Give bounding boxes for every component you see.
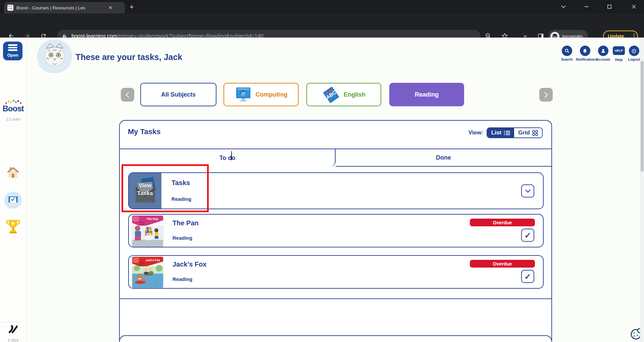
new-tab-button[interactable]: + xyxy=(130,3,134,11)
the-pan-cover[interactable]: The Pan xyxy=(132,216,163,246)
annotation-highlight-box xyxy=(121,164,209,212)
sidebar: Open Boost 211444 xyxy=(0,38,27,342)
browser-tab[interactable]: Boost - Courses | Resources | Les ✕ xyxy=(4,2,125,13)
header-notifications-button[interactable]: Notifications xyxy=(576,46,594,61)
page-scrollbar[interactable] xyxy=(640,38,644,342)
sidebar-item-awards[interactable] xyxy=(0,219,26,235)
view-label: View: xyxy=(468,129,483,136)
page-title: These are your tasks, Jack xyxy=(76,52,182,62)
page-content: Open Boost 211444 xyxy=(0,38,644,342)
overdue-badge: Overdue xyxy=(470,260,535,268)
tasks-tabbar: To do Done xyxy=(120,149,551,167)
boost-logo[interactable]: Boost xyxy=(0,104,26,113)
chevron-down-icon xyxy=(525,189,531,193)
card-title: My Tasks xyxy=(128,127,160,136)
window-close-button[interactable] xyxy=(626,0,642,13)
header-search-button[interactable]: Search xyxy=(558,46,576,61)
tabstrip-chevron-icon[interactable] xyxy=(556,0,571,13)
svg-text:Jack's Fox: Jack's Fox xyxy=(145,259,160,262)
task-subject: Reading xyxy=(172,235,199,241)
svg-text:The Pan: The Pan xyxy=(146,217,158,221)
checkmark-icon: ✓ xyxy=(524,273,531,281)
task-row-jacks-fox[interactable]: Jack's Fox xyxy=(128,255,544,289)
logout-power-icon xyxy=(629,46,639,56)
header-account-button[interactable]: Account xyxy=(594,46,612,61)
svg-text:@: @ xyxy=(241,91,246,96)
english-abc-icon: ABC xyxy=(322,86,340,103)
jacks-fox-cover[interactable]: Jack's Fox xyxy=(132,257,163,288)
app: Boost - Courses | Resources | Les ✕ + xyxy=(0,0,644,342)
open-menu-button[interactable]: Open xyxy=(3,42,22,60)
window-minimize-button[interactable] xyxy=(579,0,594,13)
checkmark-icon: ✓ xyxy=(524,231,531,239)
next-section-card xyxy=(119,335,552,342)
tab-done[interactable]: Done xyxy=(336,149,551,167)
search-icon xyxy=(562,46,572,56)
trophy-icon xyxy=(6,219,20,235)
subject-reading-button[interactable]: Reading xyxy=(389,83,464,106)
help-icon: HELP xyxy=(613,46,625,55)
subject-all-button[interactable]: All Subjects xyxy=(140,83,216,106)
expand-task-button[interactable] xyxy=(521,184,534,197)
overdue-badge: Overdue xyxy=(470,219,535,226)
view-toggle: View: List Grid xyxy=(468,127,543,138)
copyright: © 2023 xyxy=(0,339,26,342)
browser-tabstrip: Boost - Courses | Resources | Les ✕ + xyxy=(0,0,644,13)
text-cursor xyxy=(231,151,232,160)
sidebar-item-home[interactable] xyxy=(0,166,26,179)
my-tasks-card: My Tasks View: List Grid xyxy=(119,120,552,342)
mark-done-checkbox[interactable]: ✓ xyxy=(521,270,534,283)
sidebar-divider xyxy=(4,322,21,322)
mark-done-checkbox[interactable]: ✓ xyxy=(521,229,534,242)
tab-title: Boost - Courses | Resources | Les xyxy=(16,5,107,10)
home-icon xyxy=(6,166,20,179)
subjects-next-button[interactable] xyxy=(539,88,553,102)
tab-close-icon[interactable]: ✕ xyxy=(108,5,112,10)
boost-favicon xyxy=(7,5,13,11)
header-help-button[interactable]: HELP Help xyxy=(611,46,627,62)
sidebar-item-tasks[interactable] xyxy=(0,191,26,209)
task-title: Jack's Fox xyxy=(172,261,206,268)
subject-english-button[interactable]: ABC English xyxy=(306,83,381,106)
list-icon xyxy=(504,130,510,135)
browser-toolbar: boost-learning.com/primary-student/work?… xyxy=(0,13,644,38)
scrollbar-thumb[interactable] xyxy=(641,61,644,172)
task-title: The Pan xyxy=(172,219,199,227)
task-subject: Reading xyxy=(172,276,206,282)
hamburger-icon xyxy=(8,44,17,46)
tasks-inbox-icon xyxy=(8,196,18,205)
avatar[interactable] xyxy=(36,38,73,74)
window-restore-button[interactable] xyxy=(602,0,617,13)
account-icon xyxy=(598,46,608,56)
subjects-prev-button[interactable] xyxy=(121,88,134,102)
user-id: 211444 xyxy=(0,117,26,121)
computing-icon: @ xyxy=(235,87,252,102)
task-row-the-pan[interactable]: The Pan xyxy=(128,214,544,247)
bell-icon xyxy=(580,46,590,56)
open-menu-label: Open xyxy=(7,53,18,58)
grid-icon xyxy=(532,130,538,136)
footer-brand-icon xyxy=(0,325,26,333)
subject-computing-button[interactable]: @ Computing xyxy=(224,83,299,106)
view-grid-button[interactable]: Grid xyxy=(514,128,542,137)
view-list-button[interactable]: List xyxy=(487,128,514,137)
